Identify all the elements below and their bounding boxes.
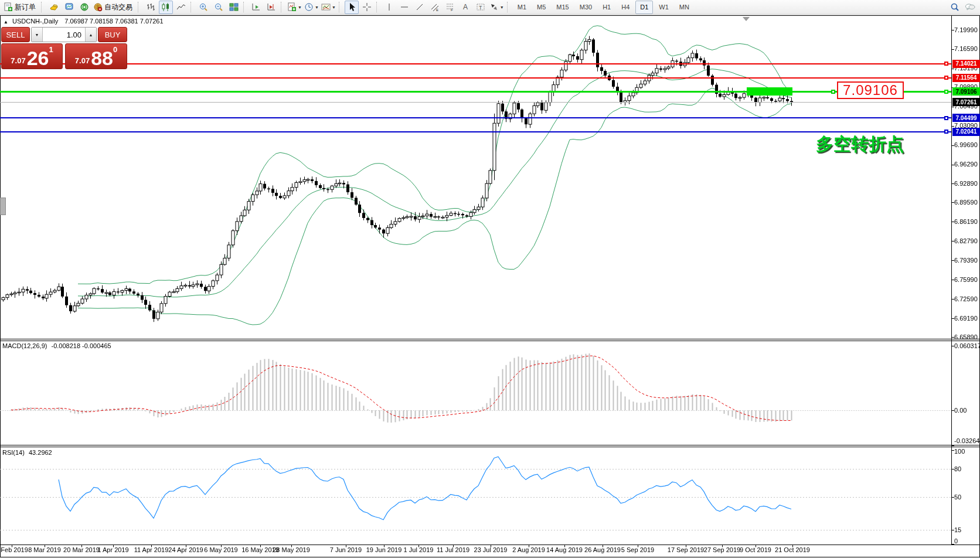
price-axis-tick: 6.75990 <box>954 276 978 283</box>
timeframe-M15[interactable]: M15 <box>552 1 573 14</box>
candlestick-chart-button[interactable] <box>159 1 173 14</box>
auto-scroll-button[interactable] <box>249 1 263 14</box>
rsi-axis-tick: 0 <box>954 537 958 545</box>
zoom-out-icon <box>214 2 223 12</box>
date-axis-tick: 2 Aug 2019 <box>512 546 545 553</box>
trade-panel-top-row: SELL ▼ 1.00 ▲ BUY <box>1 27 127 42</box>
vertical-line-button[interactable] <box>382 1 396 14</box>
equidistant-channel-icon: E <box>430 2 440 12</box>
text-button[interactable]: A <box>458 1 472 14</box>
autotrading-label: 自动交易 <box>104 2 132 12</box>
sell-button[interactable]: SELL <box>1 27 30 42</box>
periods-button[interactable]: ▼ <box>304 1 319 14</box>
svg-text:A: A <box>463 3 468 11</box>
horizontal-level-line[interactable] <box>0 77 951 79</box>
crosshair-button[interactable] <box>360 1 374 14</box>
horizontal-level-line[interactable] <box>0 91 951 93</box>
clock-icon <box>304 2 314 12</box>
line-handle[interactable] <box>944 130 948 134</box>
current-price-line[interactable] <box>0 102 951 103</box>
svg-text:T: T <box>479 5 482 11</box>
cursor-button[interactable] <box>345 1 359 14</box>
volume-increase-button[interactable]: ▲ <box>85 28 96 42</box>
channel-button[interactable]: E <box>428 1 442 14</box>
date-axis-tick: 1 Apr 2019 <box>97 546 128 553</box>
templates-button[interactable]: ▼ <box>321 1 336 14</box>
turning-point-annotation[interactable]: 多空转折点 <box>816 132 904 156</box>
timeframe-W1[interactable]: W1 <box>654 1 673 14</box>
rsi-axis-tick: 50 <box>954 494 961 501</box>
trendline-button[interactable] <box>413 1 427 14</box>
timeframe-H4[interactable]: H4 <box>617 1 634 14</box>
buy-button[interactable]: BUY <box>98 27 127 42</box>
zoom-in-button[interactable] <box>196 1 210 14</box>
line-chart-button[interactable] <box>174 1 188 14</box>
price-level-badge: 7.04499 <box>952 114 980 122</box>
signals-button[interactable] <box>77 1 91 14</box>
timeframe-H1[interactable]: H1 <box>598 1 615 14</box>
text-label-button[interactable]: T <box>474 1 488 14</box>
new-order-button[interactable]: 新订单 <box>3 1 39 14</box>
horizontal-level-line[interactable] <box>0 63 951 64</box>
one-click-trading-panel: SELL ▼ 1.00 ▲ BUY 7.07 26 1 7.07 88 0 <box>1 27 127 69</box>
line-chart-icon <box>176 2 186 12</box>
bar-chart-button[interactable] <box>144 1 158 14</box>
timeframe-M5[interactable]: M5 <box>532 1 550 14</box>
price-axis-tick: 6.72590 <box>954 295 978 302</box>
macd-values: -0.008218 -0.000465 <box>51 342 111 349</box>
timeframe-M30[interactable]: M30 <box>575 1 597 14</box>
line-handle[interactable] <box>944 116 948 120</box>
data-window-icon <box>64 2 74 12</box>
chart-surface[interactable] <box>0 0 980 558</box>
chart-shift-button[interactable] <box>264 1 278 14</box>
buy-price-sup: 0 <box>113 45 117 54</box>
volume-value[interactable]: 1.00 <box>43 28 85 42</box>
window-splitter-notch <box>0 198 6 215</box>
buy-price-box[interactable]: 7.07 88 0 <box>65 43 127 69</box>
text-label-icon: T <box>476 2 485 12</box>
search-button[interactable] <box>948 1 962 14</box>
new-order-label: 新订单 <box>15 2 36 12</box>
volume-decrease-button[interactable]: ▼ <box>32 28 43 42</box>
zoom-out-button[interactable] <box>212 1 226 14</box>
macd-axis-tick: 0.00 <box>954 407 967 414</box>
macd-label: MACD(12,26,9) <box>2 342 47 349</box>
line-handle[interactable] <box>944 76 948 80</box>
line-handle[interactable] <box>944 62 948 66</box>
line-handle[interactable] <box>944 90 948 94</box>
line-handle[interactable] <box>831 90 835 94</box>
chat-button[interactable] <box>963 1 977 14</box>
fibonacci-icon: F <box>445 2 455 12</box>
text-icon: A <box>461 2 470 12</box>
timeframe-MN[interactable]: MN <box>675 1 694 14</box>
price-level-callout[interactable]: 7.09106 <box>837 81 904 99</box>
date-axis-tick: 19 Jun 2019 <box>366 546 402 553</box>
arrows-button[interactable]: ▼ <box>489 1 505 14</box>
trendline-icon <box>415 2 424 12</box>
autotrading-icon <box>93 2 103 12</box>
date-axis-tick: 6 May 2019 <box>204 546 237 553</box>
green-highlight-rectangle[interactable] <box>747 87 792 96</box>
sell-price-sup: 1 <box>49 45 53 54</box>
sell-price-box[interactable]: 7.07 26 1 <box>1 43 63 69</box>
market-watch-icon <box>49 2 59 12</box>
toolbar-separator <box>243 2 246 12</box>
horizontal-level-line[interactable] <box>0 117 951 118</box>
autotrading-button[interactable]: 自动交易 <box>93 1 135 14</box>
fibonacci-button[interactable]: F <box>443 1 457 14</box>
price-level-badge: 7.09106 <box>952 87 980 96</box>
timeframe-M1[interactable]: M1 <box>513 1 531 14</box>
horizontal-line-button[interactable] <box>397 1 411 14</box>
arrows-icon <box>489 2 499 12</box>
date-axis-tick: 14 Aug 2019 <box>546 546 583 553</box>
horizontal-level-line[interactable] <box>0 131 951 132</box>
tile-windows-button[interactable] <box>227 1 241 14</box>
indicators-button[interactable]: ▼ <box>287 1 302 14</box>
collapse-triangle-icon: ▲ <box>4 19 8 25</box>
price-axis-tick: 7.19990 <box>954 26 978 33</box>
timeframe-D1[interactable]: D1 <box>635 1 653 14</box>
market-watch-button[interactable] <box>47 1 61 14</box>
dropdown-caret-icon: ▼ <box>500 5 504 9</box>
date-axis-tick: 9 Oct 2019 <box>740 546 771 553</box>
data-window-button[interactable] <box>62 1 76 14</box>
